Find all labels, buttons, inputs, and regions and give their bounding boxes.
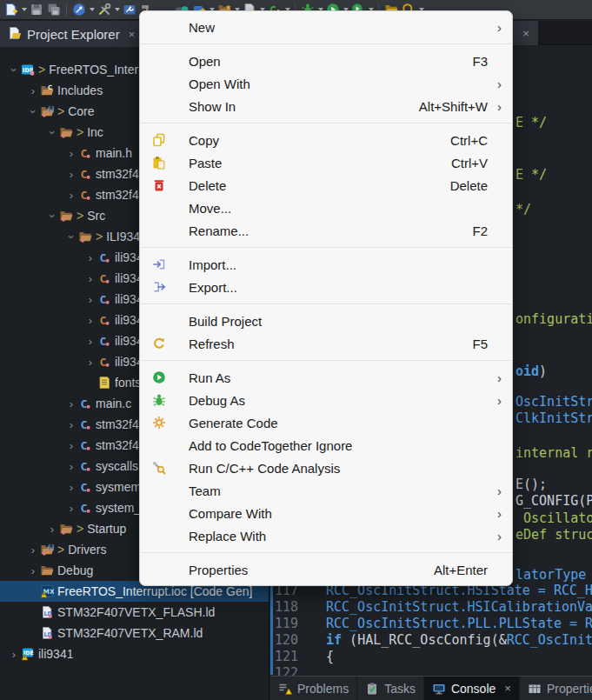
chevron-down-icon[interactable] bbox=[113, 2, 121, 17]
c-c-icon: C bbox=[78, 459, 92, 473]
tree-item-label: ili9341 bbox=[38, 647, 73, 661]
chevron-expanded-icon[interactable]: › bbox=[9, 63, 20, 77]
close-icon[interactable]: × bbox=[504, 682, 511, 695]
project-explorer-icon bbox=[8, 26, 22, 43]
folder-mod-icon bbox=[59, 125, 73, 139]
svg-text:C: C bbox=[100, 251, 107, 264]
menu-item-show-in[interactable]: Show InAlt+Shift+W› bbox=[140, 95, 512, 117]
tree-item-label: Includes bbox=[57, 83, 103, 97]
menu-separator bbox=[141, 303, 511, 304]
chevron-collapsed-icon[interactable]: › bbox=[64, 148, 78, 159]
line-number: 118 bbox=[270, 599, 298, 616]
menu-item-label: Copy bbox=[189, 133, 219, 148]
new-wizard-icon[interactable] bbox=[3, 2, 19, 17]
tab-problems[interactable]: Problems bbox=[270, 677, 357, 700]
c-h-icon: C bbox=[97, 313, 111, 327]
chevron-expanded-icon[interactable]: › bbox=[47, 125, 58, 139]
chevron-expanded-icon[interactable]: › bbox=[28, 104, 39, 118]
menu-item-export[interactable]: Export... bbox=[140, 276, 512, 298]
chevron-collapsed-icon[interactable]: › bbox=[83, 273, 97, 284]
menu-item-build-project[interactable]: Build Project bbox=[140, 310, 512, 332]
menu-item-shortcut: Alt+Enter bbox=[434, 563, 488, 577]
tree-item-label: Core bbox=[68, 104, 94, 118]
menu-item-copy[interactable]: CopyCtrl+C bbox=[140, 129, 512, 151]
chevron-collapsed-icon[interactable]: › bbox=[64, 461, 78, 472]
menu-item-move[interactable]: Move... bbox=[140, 197, 512, 219]
chevron-collapsed-icon[interactable]: › bbox=[7, 649, 21, 660]
ld-icon: LD bbox=[40, 626, 54, 640]
save-icon[interactable] bbox=[29, 2, 44, 17]
menu-item-run-as[interactable]: Run As› bbox=[140, 366, 512, 389]
chevron-expanded-icon[interactable]: › bbox=[47, 209, 58, 223]
chevron-collapsed-icon[interactable]: › bbox=[26, 544, 40, 556]
menu-item-generate-code[interactable]: Generate Code bbox=[140, 411, 512, 434]
chevron-collapsed-icon[interactable]: › bbox=[64, 419, 78, 430]
chevron-collapsed-icon[interactable]: › bbox=[83, 357, 97, 368]
bottom-tab-label: Console bbox=[451, 682, 496, 696]
chevron-expanded-icon[interactable]: › bbox=[66, 230, 77, 243]
menu-item-compare-with[interactable]: Compare With› bbox=[140, 502, 512, 524]
menu-item-delete[interactable]: DeleteDelete bbox=[140, 174, 512, 197]
menu-item-label: Run As bbox=[189, 370, 230, 385]
menu-item-debug-as[interactable]: Debug As› bbox=[140, 389, 512, 411]
close-icon[interactable]: × bbox=[129, 28, 136, 41]
chevron-collapsed-icon[interactable]: › bbox=[83, 294, 97, 305]
chevron-collapsed-icon[interactable]: › bbox=[45, 523, 59, 535]
menu-item-label: Replace With bbox=[189, 529, 266, 543]
tree-item[interactable]: ›IDEili9341 bbox=[0, 643, 269, 664]
chevron-collapsed-icon[interactable]: › bbox=[83, 336, 97, 347]
submenu-arrow-icon: › bbox=[488, 77, 502, 91]
ide-warn-icon: IDE bbox=[21, 647, 35, 661]
c-c-icon: C bbox=[97, 250, 111, 264]
chevron-collapsed-icon[interactable]: › bbox=[26, 85, 40, 97]
chevron-collapsed-icon[interactable]: › bbox=[83, 315, 97, 326]
external-tools-icon[interactable] bbox=[122, 2, 137, 17]
svg-text:C: C bbox=[100, 356, 107, 369]
tree-item-label: FreeRTOS_Interrupt.ioc [Code Gen] bbox=[57, 584, 252, 598]
menu-item-rename[interactable]: Rename...F2 bbox=[140, 219, 512, 242]
menu-item-paste[interactable]: PasteCtrl+V bbox=[140, 151, 512, 174]
chevron-collapsed-icon[interactable]: › bbox=[64, 398, 78, 410]
menu-item-refresh[interactable]: RefreshF5 bbox=[140, 332, 512, 355]
menu-item-open-with[interactable]: Open With› bbox=[140, 72, 512, 95]
chevron-collapsed-icon[interactable]: › bbox=[83, 252, 97, 263]
menu-item-shortcut: Ctrl+V bbox=[451, 156, 488, 170]
tree-item-label: main.h bbox=[96, 146, 132, 160]
tab-properties[interactable]: Properties bbox=[520, 677, 592, 700]
tab-project-explorer[interactable]: Project Explorer × bbox=[0, 21, 143, 47]
code-line: eDef struct bbox=[516, 527, 592, 543]
menu-item-team[interactable]: Team› bbox=[140, 479, 512, 502]
menu-item-add-to-codetogether-ignore[interactable]: Add to CodeTogether Ignore bbox=[140, 434, 512, 457]
menu-item-label: New bbox=[189, 20, 215, 35]
chevron-collapsed-icon[interactable]: › bbox=[64, 482, 78, 493]
chevron-collapsed-icon[interactable]: › bbox=[64, 440, 78, 451]
toolbar-separator bbox=[66, 3, 67, 17]
menu-item-label: Debug As bbox=[189, 393, 245, 408]
build-settings-icon[interactable] bbox=[96, 2, 112, 17]
chevron-collapsed-icon[interactable]: › bbox=[64, 190, 78, 201]
menu-item-replace-with[interactable]: Replace With› bbox=[140, 524, 512, 547]
menu-item-new[interactable]: New› bbox=[140, 16, 512, 38]
menu-item-import[interactable]: Import... bbox=[140, 253, 512, 276]
chevron-down-icon[interactable] bbox=[88, 2, 96, 17]
tree-item[interactable]: LDSTM32F407VETX_RAM.ld bbox=[0, 623, 269, 643]
menu-item-run-c-c-code-analysis[interactable]: Run C/C++ Code Analysis bbox=[140, 457, 512, 479]
save-all-icon[interactable] bbox=[46, 2, 62, 17]
chevron-collapsed-icon[interactable]: › bbox=[26, 565, 40, 577]
chevron-collapsed-icon[interactable]: › bbox=[64, 169, 78, 180]
share-icon[interactable] bbox=[71, 2, 87, 17]
svg-text:C: C bbox=[48, 84, 52, 91]
menu-item-open[interactable]: OpenF3 bbox=[140, 50, 512, 72]
menu-item-properties[interactable]: PropertiesAlt+Enter bbox=[140, 558, 512, 581]
menu-item-label: Rename... bbox=[189, 223, 249, 238]
menu-separator bbox=[141, 552, 511, 553]
chevron-down-icon[interactable] bbox=[20, 2, 28, 17]
tab-console[interactable]: Console× bbox=[424, 677, 520, 700]
tree-item[interactable]: LDSTM32F407VETX_FLASH.ld bbox=[0, 602, 269, 623]
code-line: RCC_OscInitStruct.HSICalibrationVa bbox=[326, 599, 592, 616]
tab-tasks[interactable]: Tasks bbox=[357, 677, 424, 700]
chevron-collapsed-icon[interactable]: › bbox=[64, 503, 78, 514]
code-line: E */ bbox=[516, 115, 547, 131]
close-icon[interactable]: × bbox=[522, 27, 529, 40]
code-line: oid) bbox=[516, 363, 547, 380]
